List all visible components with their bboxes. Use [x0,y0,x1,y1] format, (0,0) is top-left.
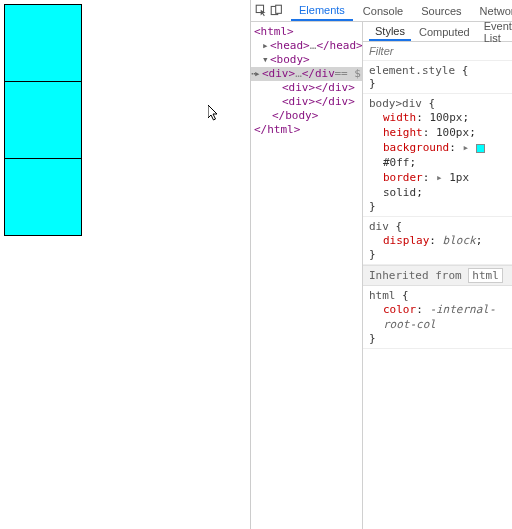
rendered-page-viewport [0,0,250,529]
rule-div: div { display: block; } [363,217,512,265]
svg-rect-2 [276,5,282,13]
styles-panel: Styles Computed Event List element.style… [363,22,512,529]
inspect-element-icon[interactable] [255,2,268,20]
cyan-box-1[interactable] [4,4,82,82]
cyan-box-3[interactable] [4,158,82,236]
rule-body-div: body>div { width: 100px; height: 100px; … [363,94,512,217]
tab-elements[interactable]: Elements [291,1,353,21]
styles-filter-input[interactable] [363,42,512,60]
tab-sources[interactable]: Sources [413,2,469,20]
device-toolbar-icon[interactable] [270,2,283,20]
cyan-box-2[interactable] [4,81,82,159]
tab-console[interactable]: Console [355,2,411,20]
dom-selected-node[interactable]: ▸<div>…</div> [251,67,362,81]
rule-html: html { color: -internal-root-col } [363,286,512,349]
css-rules-list[interactable]: element.style { } body>div { width: 100p… [363,61,512,529]
subtab-computed[interactable]: Computed [413,24,476,40]
page-body [0,0,250,236]
tab-network[interactable]: Network [472,2,512,20]
subtab-styles[interactable]: Styles [369,23,411,41]
color-swatch-icon[interactable] [476,144,485,153]
rule-element-style: element.style { } [363,61,512,94]
styles-subtabs: Styles Computed Event List [363,22,512,42]
styles-filter-row [363,42,512,61]
dom-tree[interactable]: <html> ▸<head>…</head> ▾<body> ▸<div>…</… [251,22,363,529]
devtools-top-tabs: Elements Console Sources Network [251,0,512,22]
devtools-panel: Elements Console Sources Network <html> … [250,0,512,529]
inherited-from-bar: Inherited from html [363,265,512,286]
